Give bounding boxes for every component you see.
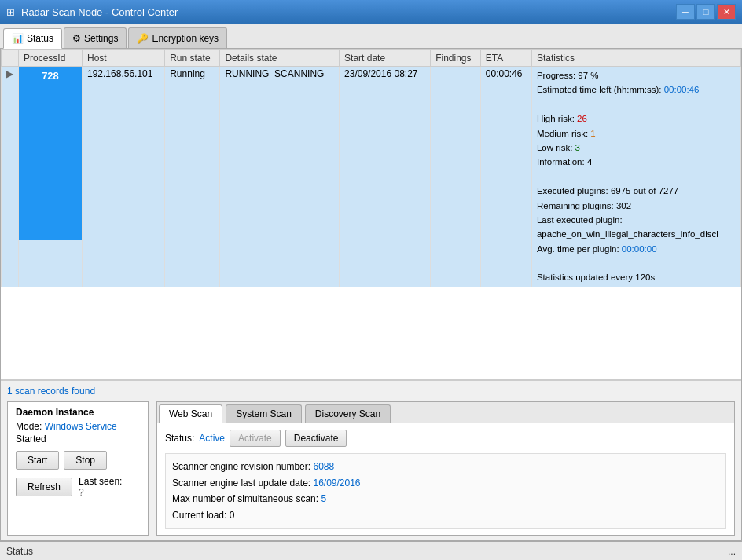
refresh-button[interactable]: Refresh — [16, 478, 72, 496]
tab-settings[interactable]: ⚙ Settings — [64, 27, 127, 48]
scan-records-text: 1 scan records found — [7, 386, 735, 397]
process-id-cell: 728 — [19, 67, 82, 240]
title-bar: ⊞ Radar Scan Node - Control Center ─ □ ✕ — [0, 0, 742, 24]
main-content: ProcessId Host Run state Details state S… — [0, 49, 742, 541]
stop-button[interactable]: Stop — [64, 451, 107, 470]
stats-low-risk: Low risk: 3 — [537, 141, 736, 155]
web-scan-status-value: Active — [199, 433, 225, 444]
daemon-title: Daemon Instance — [16, 407, 140, 418]
close-button[interactable]: ✕ — [717, 4, 736, 20]
minimize-button[interactable]: ─ — [676, 4, 695, 20]
stats-last-plugin-label: Last executed plugin: — [537, 213, 736, 227]
col-eta: ETA — [480, 50, 531, 67]
col-process-id: ProcessId — [19, 50, 83, 67]
web-scan-info-box: Scanner engine revision number: 6088 Sca… — [165, 453, 726, 529]
start-button[interactable]: Start — [16, 451, 59, 470]
col-start-date: Start date — [340, 50, 431, 67]
revision-row: Scanner engine revision number: 6088 — [172, 459, 719, 474]
status-tab-label: Status — [27, 33, 53, 44]
encryption-tab-icon: 🔑 — [137, 33, 149, 44]
col-statistics: Statistics — [531, 50, 740, 67]
activate-button[interactable]: Activate — [230, 430, 281, 447]
daemon-panel: Daemon Instance Mode: Windows Service St… — [7, 401, 149, 536]
status-bar-text: Status — [6, 546, 33, 557]
restore-button[interactable]: □ — [696, 4, 715, 20]
stats-update-note: Statistics updated every 120s — [537, 270, 736, 284]
table-row[interactable]: ▶ 728 192.168.56.101 Running RUNNING_SCA… — [2, 67, 741, 287]
expand-col-header — [2, 50, 19, 67]
stats-high-risk: High risk: 26 — [537, 112, 736, 126]
encryption-tab-label: Encryption keys — [152, 33, 219, 44]
bottom-area: 1 scan records found Daemon Instance Mod… — [1, 380, 741, 540]
stats-executed: Executed plugins: 6975 out of 7277 — [537, 184, 736, 198]
status-bar: Status ... — [0, 541, 742, 560]
tab-encryption[interactable]: 🔑 Encryption keys — [128, 27, 227, 48]
settings-tab-label: Settings — [84, 33, 118, 44]
details-state-cell: RUNNING_SCANNING — [220, 67, 340, 287]
start-stop-row: Start Stop — [16, 451, 140, 470]
window-title: Radar Scan Node - Control Center — [21, 6, 178, 18]
scan-table: ProcessId Host Run state Details state S… — [1, 49, 741, 287]
run-state-cell: Running — [165, 67, 220, 287]
process-id-value: 728 — [42, 70, 59, 82]
bottom-panels: Daemon Instance Mode: Windows Service St… — [7, 401, 735, 536]
daemon-mode-value: Windows Service — [45, 421, 117, 432]
last-seen-info: Last seen: ? — [79, 476, 122, 498]
stats-information: Information: 4 — [537, 155, 736, 169]
current-load-row: Current load: 0 — [172, 507, 719, 523]
stats-progress: Progress: 97 % — [537, 68, 736, 82]
app-icon: ⊞ — [6, 6, 15, 18]
stats-avg-time: Avg. time per plugin: 00:00:00 — [537, 242, 736, 256]
stats-estimated: Estimated time left (hh:mm:ss): 00:00:46 — [537, 82, 736, 97]
col-details-state: Details state — [220, 50, 340, 67]
inner-tab-discovery[interactable]: Discovery Scan — [305, 404, 391, 423]
col-findings: Findings — [431, 50, 481, 67]
host-cell: 192.168.56.101 — [83, 67, 165, 287]
inner-tab-web[interactable]: Web Scan — [159, 404, 222, 423]
status-bar-suffix: ... — [728, 546, 736, 557]
inner-tab-system[interactable]: System Scan — [226, 404, 302, 423]
col-run-state: Run state — [165, 50, 220, 67]
window-controls: ─ □ ✕ — [676, 4, 736, 20]
settings-tab-icon: ⚙ — [72, 33, 81, 44]
stats-last-plugin-value: apache_on_win_illegal_characters_info_di… — [537, 227, 736, 241]
scan-tabs-panel: Web Scan System Scan Discovery Scan Stat… — [156, 401, 735, 536]
col-host: Host — [83, 50, 165, 67]
last-seen-label: Last seen: — [79, 476, 122, 487]
start-date-cell: 23/09/2016 08:27 — [340, 67, 431, 287]
web-scan-status-row: Status: Active Activate Deactivate — [165, 430, 726, 447]
table-area: ProcessId Host Run state Details state S… — [1, 49, 741, 380]
expand-icon[interactable]: ▶ — [2, 67, 19, 287]
daemon-mode-label: Mode: — [16, 421, 42, 432]
eta-cell: 00:00:46 — [480, 67, 531, 287]
daemon-started: Started — [16, 434, 140, 445]
refresh-row: Refresh Last seen: ? — [16, 476, 140, 498]
web-scan-status-label: Status: — [165, 433, 194, 444]
update-date-row: Scanner engine last update date: 16/09/2… — [172, 475, 719, 491]
web-scan-content: Status: Active Activate Deactivate Scann… — [157, 423, 734, 535]
last-seen-value: ? — [79, 487, 84, 498]
max-scan-row: Max number of simultaneous scan: 5 — [172, 491, 719, 507]
deactivate-button[interactable]: Deactivate — [285, 430, 347, 447]
inner-tab-bar: Web Scan System Scan Discovery Scan — [157, 402, 734, 423]
tab-bar: 📊 Status ⚙ Settings 🔑 Encryption keys — [0, 24, 742, 49]
stats-cell: Progress: 97 % Estimated time left (hh:m… — [531, 67, 740, 287]
status-tab-icon: 📊 — [12, 33, 24, 44]
findings-cell — [431, 67, 481, 287]
stats-remaining: Remaining plugins: 302 — [537, 199, 736, 213]
daemon-mode: Mode: Windows Service — [16, 421, 140, 432]
stats-medium-risk: Medium risk: 1 — [537, 126, 736, 141]
tab-status[interactable]: 📊 Status — [3, 28, 62, 49]
